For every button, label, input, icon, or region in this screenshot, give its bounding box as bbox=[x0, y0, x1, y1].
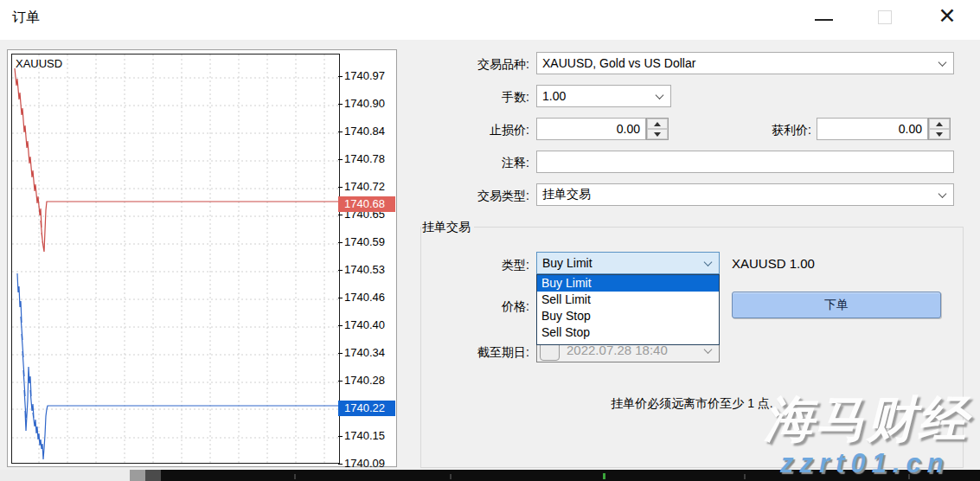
price-label: 价格: bbox=[417, 299, 529, 315]
spin-down-icon[interactable] bbox=[647, 129, 668, 139]
stoploss-input[interactable]: 0.00 bbox=[536, 118, 646, 140]
spin-down-icon[interactable] bbox=[929, 129, 950, 139]
order-type-option[interactable]: Buy Limit bbox=[537, 275, 719, 292]
order-type-option[interactable]: Sell Stop bbox=[537, 324, 719, 341]
order-type-dropdown: Buy LimitSell LimitBuy StopSell Stop bbox=[536, 274, 720, 345]
tick-chart-plot: XAUUSD bbox=[11, 54, 340, 464]
order-type-select[interactable]: Buy Limit bbox=[536, 252, 720, 274]
comment-input[interactable] bbox=[536, 151, 954, 173]
order-summary: XAUUSD 1.00 bbox=[732, 256, 815, 271]
volume-select-value: 1.00 bbox=[542, 89, 566, 103]
spin-up-icon[interactable] bbox=[929, 119, 950, 129]
volume-select[interactable]: 1.00 bbox=[536, 85, 671, 107]
symbol-select[interactable]: XAUUSD, Gold vs US Dollar bbox=[536, 52, 954, 74]
order-type-value: Buy Limit bbox=[542, 256, 592, 270]
watermark-site: zzrt01.cn bbox=[780, 448, 950, 479]
takeprofit-label: 获利价: bbox=[699, 123, 811, 138]
trade-type-value: 挂单交易 bbox=[542, 187, 591, 202]
maximize-button[interactable] bbox=[874, 7, 896, 29]
chevron-down-icon bbox=[656, 91, 664, 99]
stoploss-value: 0.00 bbox=[617, 122, 640, 136]
watermark-brand: 海马财经 bbox=[765, 387, 969, 453]
takeprofit-input[interactable]: 0.00 bbox=[817, 118, 928, 140]
expiry-label: 截至期日: bbox=[417, 345, 529, 361]
takeprofit-value: 0.00 bbox=[899, 122, 922, 136]
spin-up-icon[interactable] bbox=[647, 119, 668, 129]
tick-chart-svg bbox=[12, 55, 339, 463]
pending-order-group-label: 挂单交易 bbox=[421, 220, 474, 235]
taskbar-tick bbox=[450, 474, 452, 479]
minimize-button[interactable] bbox=[811, 9, 837, 31]
order-type-label: 类型: bbox=[417, 258, 529, 273]
stoploss-spinner[interactable] bbox=[646, 118, 669, 140]
ask-price-tag: 1740.68 bbox=[338, 196, 395, 212]
taskbar-segment bbox=[130, 470, 145, 481]
order-type-option[interactable]: Sell Limit bbox=[537, 292, 719, 308]
chart-symbol-label: XAUUSD bbox=[16, 57, 62, 70]
taskbar-tick bbox=[294, 474, 296, 479]
maximize-icon bbox=[878, 10, 892, 24]
order-type-option[interactable]: Buy Stop bbox=[537, 308, 719, 324]
chevron-down-icon bbox=[938, 58, 947, 67]
title-bar: 订单 ✕ bbox=[0, 0, 980, 40]
chevron-down-icon bbox=[704, 345, 713, 354]
comment-label: 注释: bbox=[417, 156, 529, 171]
chevron-down-icon bbox=[704, 258, 713, 266]
symbol-select-value: XAUUSD, Gold vs US Dollar bbox=[542, 56, 695, 70]
order-dialog: 订单 ✕ XAUUSD 1740.971740.901740.841740.78… bbox=[0, 0, 980, 481]
window-title: 订单 bbox=[12, 9, 40, 27]
close-button[interactable]: ✕ bbox=[932, 2, 962, 29]
symbol-label: 交易品种: bbox=[417, 57, 529, 73]
minimize-icon bbox=[815, 19, 833, 21]
taskbar-tick bbox=[744, 474, 746, 479]
trade-type-label: 交易类型: bbox=[417, 189, 529, 204]
bid-price-tag: 1740.22 bbox=[338, 401, 395, 416]
trade-type-select[interactable]: 挂单交易 bbox=[536, 183, 954, 206]
place-order-button[interactable]: 下单 bbox=[732, 292, 941, 318]
takeprofit-spinner[interactable] bbox=[928, 118, 951, 140]
chevron-down-icon bbox=[938, 189, 947, 198]
taskbar-segment bbox=[145, 470, 161, 481]
taskbar-green-tick bbox=[603, 473, 605, 479]
volume-label: 手数: bbox=[417, 90, 529, 106]
stoploss-label: 止损价: bbox=[417, 123, 529, 138]
